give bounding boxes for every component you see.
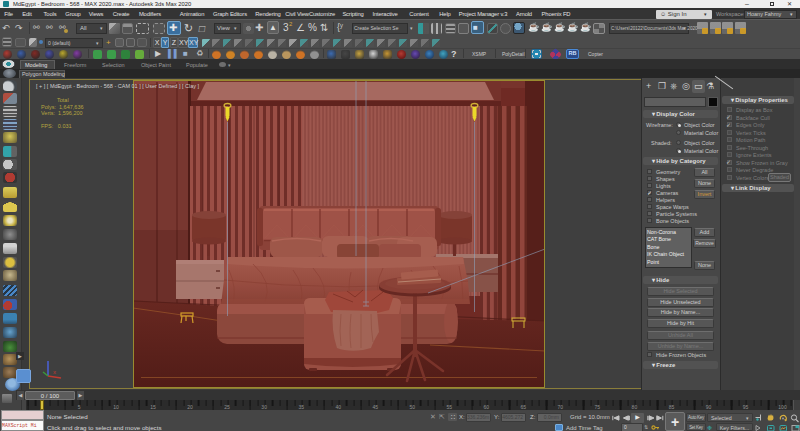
svg-text:x: x	[53, 369, 56, 375]
